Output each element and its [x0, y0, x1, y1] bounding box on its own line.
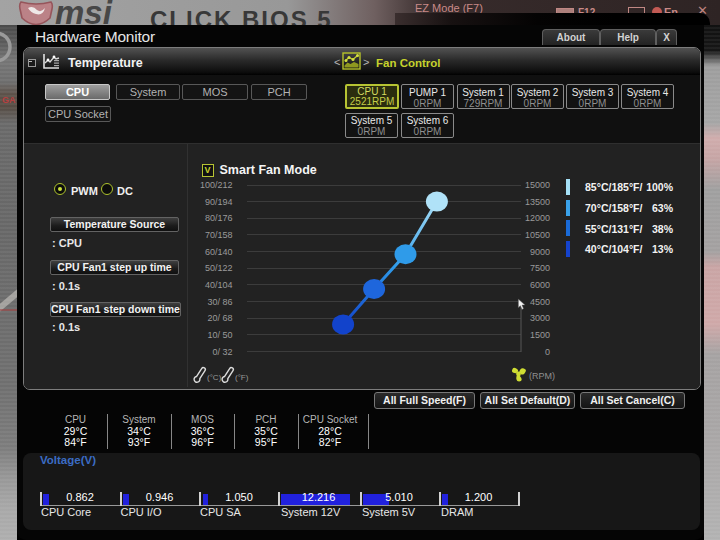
svg-text:0: 0 — [545, 347, 550, 357]
svg-text:60/140: 60/140 — [205, 247, 233, 257]
svg-text:70/158: 70/158 — [205, 230, 233, 240]
svg-text:15000: 15000 — [525, 180, 550, 190]
svg-text:(RPM): (RPM) — [529, 371, 555, 381]
svg-text:80/176: 80/176 — [205, 213, 233, 223]
svg-text:100/212: 100/212 — [200, 180, 233, 190]
svg-text:(°F): (°F) — [235, 373, 249, 382]
svg-text:90/194: 90/194 — [205, 197, 233, 207]
svg-text:0/ 32: 0/ 32 — [212, 347, 232, 357]
svg-text:50/122: 50/122 — [205, 263, 233, 273]
svg-text:12000: 12000 — [525, 213, 550, 223]
svg-text:30/ 86: 30/ 86 — [207, 297, 232, 307]
svg-text:6000: 6000 — [530, 280, 550, 290]
svg-text:9000: 9000 — [530, 247, 550, 257]
svg-text:20/ 68: 20/ 68 — [207, 313, 232, 323]
svg-text:4500: 4500 — [530, 297, 550, 307]
svg-text:10/ 50: 10/ 50 — [207, 330, 232, 340]
svg-text:13500: 13500 — [525, 197, 550, 207]
svg-text:(°C): (°C) — [207, 373, 222, 382]
svg-text:1500: 1500 — [530, 330, 550, 340]
svg-text:10500: 10500 — [525, 230, 550, 240]
svg-text:3000: 3000 — [530, 313, 550, 323]
svg-text:7500: 7500 — [530, 263, 550, 273]
svg-text:40/104: 40/104 — [205, 280, 233, 290]
